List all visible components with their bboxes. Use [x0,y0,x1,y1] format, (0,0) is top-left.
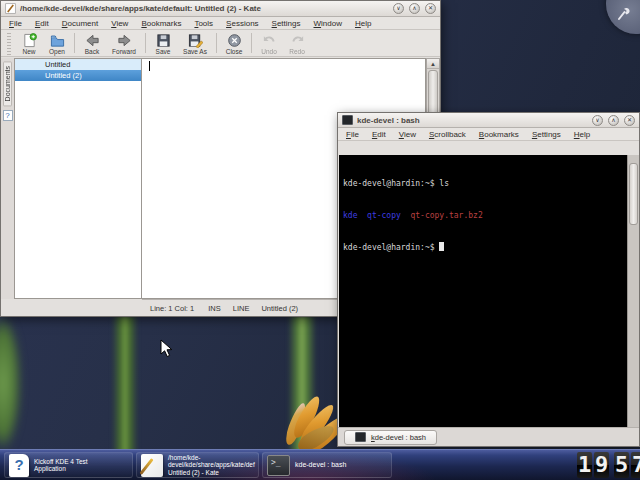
documents-sidebar-tab[interactable]: Documents [3,61,12,106]
save-as-icon [188,33,203,48]
task-kickoff[interactable]: ? Kickoff KDE 4 Test Application [4,452,133,478]
terminal-text: kde-devel@hardin:~$ ls [343,179,449,188]
menu-bookmarks[interactable]: Bookmarks [479,130,519,139]
session-tab[interactable]: kde-devel : bash [344,430,437,445]
scroll-up-icon[interactable]: ▲ [427,59,439,69]
toolbar-separator [251,33,252,53]
menu-edit[interactable]: Edit [372,130,386,139]
toolbar-separator [145,33,146,53]
menu-settings[interactable]: Settings [272,19,301,28]
wallpaper-flower [278,392,342,452]
task-kate[interactable]: /home/kde- devel/kde/share/apps/kate/def… [136,452,259,478]
minimize-button[interactable]: ∨ [393,3,404,14]
flip-clock: 1 9 5 7 [577,452,640,478]
terminal-archive-entry: qt-copy.tar.bz2 [410,211,482,220]
toolbar-drag-handle[interactable] [7,33,11,55]
undo-button[interactable]: Undo [255,30,283,55]
menu-file[interactable]: File [9,19,22,28]
menu-file[interactable]: File [346,130,359,139]
clock-digit: 7 [631,452,640,478]
terminal-scrollbar[interactable] [627,155,639,427]
text-caret [149,61,150,71]
task-konsole[interactable]: >_ kde-devel : bash [262,452,392,478]
konsole-task-icon: >_ [267,455,290,476]
maximize-button[interactable]: ∧ [608,115,619,126]
konsole-menubar: File Edit View Scrollback Bookmarks Sett… [338,128,639,141]
clock-digit: 5 [614,452,629,478]
task-label-line: Kickoff KDE 4 Test [34,458,88,466]
save-as-button[interactable]: Save As [177,30,213,55]
scrollbar-thumb[interactable] [629,163,638,225]
konsole-window-title: kde-devel : bash [357,116,588,125]
document-list: Untitled Untitled (2) [14,58,142,299]
menu-help[interactable]: Help [574,130,590,139]
terminal-dir-entry: kde [343,211,357,220]
terminal-text [357,211,367,220]
menu-tools[interactable]: Tools [194,19,213,28]
menu-settings[interactable]: Settings [532,130,561,139]
menu-document[interactable]: Document [62,19,98,28]
back-button[interactable]: Back [78,30,106,55]
status-insert-mode: INS [208,304,221,313]
taskbar-panel: ? Kickoff KDE 4 Test Application /home/k… [0,449,640,480]
maximize-button[interactable]: ∧ [409,3,420,14]
undo-icon [262,33,277,48]
question-mark-icon: ? [9,454,29,477]
terminal-cursor [439,242,444,251]
terminal-output[interactable]: kde-devel@hardin:~$ ls kde qt-copy qt-co… [339,155,638,427]
task-label-line: /home/kde- [168,454,255,462]
menu-bookmarks[interactable]: Bookmarks [141,19,181,28]
task-label-line: Untitled (2) - Kate [168,469,255,477]
konsole-titlebar[interactable]: kde-devel : bash ∨ ∧ ✕ [338,113,639,128]
kate-toolbar: New Open Back Forward [1,30,440,57]
toolbar-separator [74,33,75,53]
open-button[interactable]: Open [43,30,71,55]
forward-arrow-icon [117,33,132,48]
konsole-app-icon [342,115,353,125]
close-button[interactable]: ✕ [624,115,635,126]
redo-icon [290,33,305,48]
save-button[interactable]: Save [149,30,177,55]
kate-tool-strip: Documents ? [1,58,14,299]
close-document-button[interactable]: Close [220,30,248,55]
forward-button[interactable]: Forward [106,30,142,55]
open-folder-icon [50,33,65,48]
minimize-button[interactable]: ∨ [592,115,603,126]
kate-menubar: File Edit Document View Bookmarks Tools … [1,17,440,30]
new-button[interactable]: New [15,30,43,55]
status-doc-name: Untitled (2) [261,304,298,313]
new-document-icon [22,33,37,48]
menu-help[interactable]: Help [355,19,371,28]
help-icon[interactable]: ? [3,110,13,121]
mouse-cursor [160,339,174,359]
clock-minutes: 5 7 [614,452,640,478]
redo-button[interactable]: Redo [283,30,311,55]
terminal-dir-entry: qt-copy [367,211,401,220]
konsole-tabbar: kde-devel : bash [338,427,639,446]
desktop: /home/kde-devel/kde/share/apps/kate/defa… [0,0,640,480]
menu-view[interactable]: View [111,19,128,28]
close-circle-icon [227,33,242,48]
menu-window[interactable]: Window [314,19,342,28]
document-list-item-selected[interactable]: Untitled (2) [15,70,141,81]
task-label-line: devel/kde/share/apps/kate/def [168,461,255,469]
save-floppy-icon [156,33,171,48]
menu-view[interactable]: View [399,130,416,139]
konsole-window: kde-devel : bash ∨ ∧ ✕ File Edit View Sc… [337,112,640,447]
toolbar-separator [216,33,217,53]
wallpaper-green-blur [0,318,20,448]
menu-edit[interactable]: Edit [35,19,49,28]
clock-digit: 9 [594,452,609,478]
desktop-toolbox-cashew[interactable] [606,0,640,34]
task-label-line: Application [34,465,88,473]
task-label-line: kde-devel : bash [295,461,346,469]
document-list-item[interactable]: Untitled [15,59,141,70]
close-button[interactable]: ✕ [425,3,436,14]
kate-window-title: /home/kde-devel/kde/share/apps/kate/defa… [20,4,389,13]
menu-scrollback[interactable]: Scrollback [429,130,466,139]
session-tab-label: kde-devel : bash [371,433,426,442]
kate-titlebar[interactable]: /home/kde-devel/kde/share/apps/kate/defa… [1,1,440,17]
menu-sessions[interactable]: Sessions [226,19,258,28]
clock-hours: 1 9 [577,452,609,478]
terminal-prompt: kde-devel@hardin:~$ [343,243,439,252]
